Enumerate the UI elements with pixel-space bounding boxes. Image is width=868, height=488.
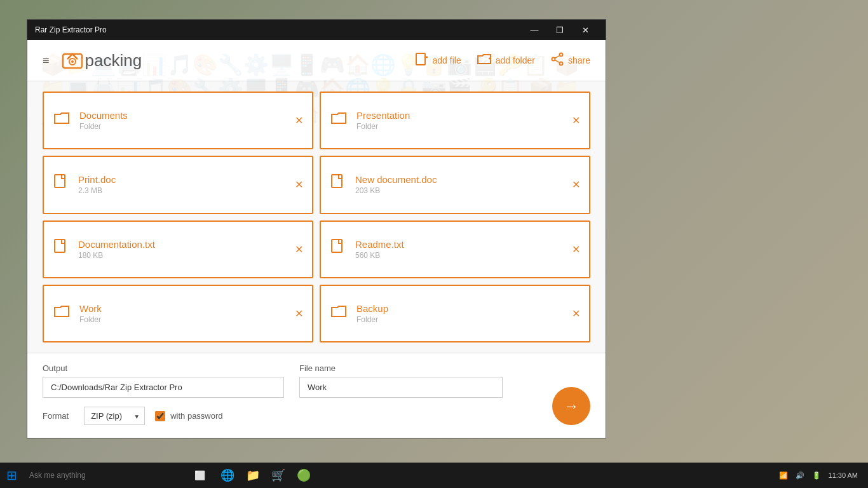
add-folder-button[interactable]: add folder (477, 52, 535, 69)
filename-input[interactable] (299, 377, 503, 398)
remove-readme-button[interactable]: ✕ (572, 243, 580, 255)
with-password-label[interactable]: with password (155, 411, 222, 421)
add-file-icon (415, 52, 429, 69)
file-meta-print-doc: 2.3 MB (78, 186, 290, 195)
window-controls: — ❐ ✕ (522, 20, 598, 40)
svg-rect-15 (55, 240, 65, 252)
file-name-presentation: Presentation (356, 110, 567, 121)
header-actions: add file add folder (415, 52, 590, 69)
folder-icon-documents (53, 109, 71, 132)
svg-rect-14 (332, 175, 342, 187)
start-button[interactable]: ⊞ (0, 463, 23, 488)
file-name-backup: Backup (356, 303, 567, 314)
file-name-new-document: New document.doc (355, 174, 567, 185)
remove-backup-button[interactable]: ✕ (572, 308, 580, 320)
format-select-wrapper: ZIP (zip) RAR (rar) 7Z (7z) (84, 407, 145, 425)
remove-new-document-button[interactable]: ✕ (572, 179, 580, 191)
bottom-controls: Output File name Format ZIP (zip) (43, 363, 590, 425)
file-card-work[interactable]: Work Folder ✕ (43, 285, 313, 342)
with-password-checkbox[interactable] (155, 411, 165, 421)
svg-point-2 (71, 60, 74, 63)
file-card-new-document[interactable]: New document.doc 203 KB ✕ (320, 156, 590, 214)
output-input[interactable] (43, 377, 284, 398)
file-card-readme[interactable]: Readme.txt 560 KB ✕ (320, 220, 590, 278)
file-meta-documents: Folder (79, 122, 290, 131)
file-card-documentation[interactable]: Documentation.txt 180 KB ✕ (43, 220, 313, 278)
with-password-text: with password (170, 411, 222, 421)
file-info-presentation: Presentation Folder (356, 110, 567, 131)
add-folder-icon (477, 52, 492, 69)
filename-label: File name (299, 363, 503, 373)
svg-rect-13 (55, 175, 65, 187)
file-meta-documentation: 180 KB (78, 251, 290, 260)
app-header: ≡ packing add f (27, 40, 606, 81)
file-name-work: Work (79, 303, 290, 314)
output-label: Output (43, 363, 284, 373)
file-info-readme: Readme.txt 560 KB (355, 239, 567, 260)
folder-icon-backup (330, 302, 348, 325)
file-card-presentation[interactable]: Presentation Folder ✕ (320, 92, 590, 149)
network-icon: 📶 (779, 471, 788, 480)
explorer-icon[interactable]: 📁 (241, 463, 264, 488)
remove-work-button[interactable]: ✕ (295, 308, 303, 320)
svg-rect-16 (332, 240, 342, 252)
add-file-button[interactable]: add file (415, 52, 461, 69)
taskbar-search (23, 471, 188, 480)
title-bar: Rar Zip Extractor Pro — ❐ ✕ (27, 20, 606, 40)
file-name-documents: Documents (79, 110, 290, 121)
submit-icon: → (564, 397, 579, 415)
format-select[interactable]: ZIP (zip) RAR (rar) 7Z (7z) (84, 407, 145, 425)
file-meta-backup: Folder (356, 315, 567, 324)
file-card-print-doc[interactable]: Print.doc 2.3 MB ✕ (43, 156, 313, 214)
share-icon (550, 52, 564, 69)
file-info-work: Work Folder (79, 303, 290, 324)
clock: 11:30 AM (829, 471, 858, 479)
battery-icon: 🔋 (812, 471, 821, 480)
files-grid: Documents Folder ✕ Presentation Folder ✕ (27, 81, 606, 353)
file-meta-new-document: 203 KB (355, 186, 567, 195)
remove-presentation-button[interactable]: ✕ (572, 114, 580, 126)
file-info-new-document: New document.doc 203 KB (355, 174, 567, 195)
bottom-form: Output File name Format ZIP (zip) (27, 353, 606, 438)
file-icon-new-document (330, 173, 346, 196)
task-view-button[interactable]: ⬜ (188, 463, 211, 488)
svg-point-9 (559, 62, 562, 65)
add-file-label: add file (433, 55, 461, 65)
file-meta-work: Folder (79, 315, 290, 324)
app-title: packing (85, 51, 415, 71)
format-row: Format ZIP (zip) RAR (rar) 7Z (7z) with … (43, 407, 552, 425)
file-card-documents[interactable]: Documents Folder ✕ (43, 92, 313, 149)
edge-icon[interactable]: 🌐 (216, 463, 239, 488)
file-icon-print-doc (53, 173, 69, 196)
svg-point-10 (552, 57, 555, 60)
file-name-print-doc: Print.doc (78, 174, 290, 185)
file-info-documents: Documents Folder (79, 110, 290, 131)
taskbar-right: 📶 🔊 🔋 11:30 AM (779, 471, 868, 480)
search-input[interactable] (29, 471, 182, 480)
add-folder-label: add folder (496, 55, 535, 65)
remove-print-doc-button[interactable]: ✕ (295, 179, 303, 191)
minimize-button[interactable]: — (522, 20, 547, 40)
volume-icon: 🔊 (796, 471, 804, 480)
file-card-backup[interactable]: Backup Folder ✕ (320, 285, 590, 342)
close-button[interactable]: ✕ (573, 20, 598, 40)
file-icon-readme (330, 238, 346, 261)
file-info-print-doc: Print.doc 2.3 MB (78, 174, 290, 195)
hamburger-icon[interactable]: ≡ (43, 54, 50, 67)
file-info-backup: Backup Folder (356, 303, 567, 324)
taskbar-pinned-apps: 🌐 📁 🛒 🟢 (211, 463, 320, 488)
svg-point-8 (559, 53, 562, 56)
share-button[interactable]: share (550, 52, 590, 69)
output-group: Output (43, 363, 284, 398)
filename-group: File name (299, 363, 503, 398)
submit-button[interactable]: → (552, 387, 590, 425)
remove-documents-button[interactable]: ✕ (295, 114, 303, 126)
file-name-documentation: Documentation.txt (78, 239, 290, 250)
svg-line-11 (555, 55, 559, 58)
folder-icon-work (53, 302, 71, 325)
store-icon[interactable]: 🛒 (267, 463, 290, 488)
app-icon[interactable]: 🟢 (292, 463, 315, 488)
remove-documentation-button[interactable]: ✕ (295, 243, 303, 255)
maximize-button[interactable]: ❐ (547, 20, 573, 40)
svg-rect-3 (416, 53, 425, 65)
